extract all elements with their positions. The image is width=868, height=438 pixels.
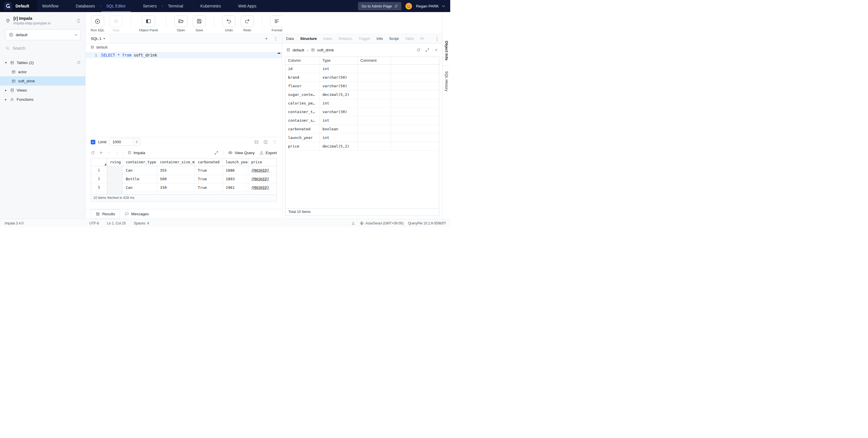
row-number[interactable]: 2 xyxy=(91,175,107,183)
structure-column-type[interactable]: int xyxy=(320,133,358,142)
timezone-indicator[interactable]: Asia/Seoul (GMT+09:00) xyxy=(360,221,403,225)
table-row[interactable]: carbonated boolean xyxy=(285,125,439,133)
table-item-actor[interactable]: actor xyxy=(0,67,85,76)
limit-checkbox[interactable] xyxy=(91,140,95,145)
table-row[interactable]: sugar_conte… decimal(5,2) xyxy=(285,90,439,99)
workspace-switcher[interactable]: Default xyxy=(0,0,37,12)
table-row[interactable]: id int xyxy=(285,65,439,73)
select-all-corner[interactable] xyxy=(91,158,107,166)
structure-column-comment[interactable] xyxy=(358,116,391,125)
structure-column-comment[interactable] xyxy=(358,90,391,99)
sql-editor[interactable]: 1 SELECT * from soft_drink xyxy=(86,51,282,137)
search-input[interactable] xyxy=(12,46,70,51)
run-sql-button[interactable]: Run SQL xyxy=(91,15,104,32)
open-button[interactable]: Open xyxy=(174,15,187,32)
encoding-indicator[interactable]: UTF-8 xyxy=(89,221,99,225)
structure-column-type[interactable]: int xyxy=(320,116,358,125)
breadcrumb-table[interactable]: soft_drink xyxy=(317,48,334,52)
save-button[interactable]: Save xyxy=(193,15,206,32)
delete-row-icon[interactable] xyxy=(107,151,111,155)
tab-trigger[interactable]: Trigger xyxy=(355,34,374,43)
stop-button[interactable]: Stop xyxy=(110,15,123,32)
table-item-soft-drink[interactable]: soft_drink xyxy=(0,76,85,86)
panel-menu-kebab-icon[interactable]: ⋮ xyxy=(435,36,439,41)
nav-item-workflow[interactable]: Workflow xyxy=(37,0,63,12)
grid-cell[interactable]: True xyxy=(195,166,223,175)
indentation-indicator[interactable]: Spaces: 4 xyxy=(134,221,149,225)
rail-tab-object-info[interactable]: Object Info xyxy=(444,37,448,64)
row-number[interactable]: 1 xyxy=(91,166,107,175)
tree-group-functions[interactable]: ▸ fx Functions xyxy=(0,95,85,104)
go-to-admin-page-button[interactable]: Go to Admin Page xyxy=(358,2,401,10)
table-row[interactable]: launch_year int xyxy=(285,133,439,142)
grid-cell[interactable]: 355 xyxy=(157,166,195,175)
table-row[interactable]: brand varchar(50) xyxy=(285,73,439,82)
tab-relation[interactable]: Relation xyxy=(335,34,355,43)
limit-stepper[interactable] xyxy=(133,138,140,146)
add-row-icon[interactable] xyxy=(99,151,103,155)
nav-item-servers[interactable]: Servers xyxy=(138,0,162,12)
grid-cell-masked[interactable]: {MASKED} xyxy=(248,175,277,183)
commit-check-icon[interactable] xyxy=(115,151,119,155)
structure-column-type[interactable]: varchar(50) xyxy=(320,82,358,90)
redo-button[interactable]: Redo xyxy=(241,15,254,32)
undo-button[interactable]: Undo xyxy=(222,15,236,32)
view-query-button[interactable]: View Query xyxy=(228,150,255,155)
grid-cell[interactable] xyxy=(157,192,195,194)
tab-privileges-clipped[interactable]: Pr xyxy=(417,34,427,43)
grid-cell[interactable] xyxy=(107,183,123,192)
structure-column-name[interactable]: price xyxy=(285,142,320,151)
database-select[interactable]: default xyxy=(5,29,81,40)
table-row[interactable]: container_s… int xyxy=(285,116,439,125)
structure-column-type[interactable]: varchar(30) xyxy=(320,107,358,116)
new-tab-button[interactable] xyxy=(264,36,269,41)
format-button[interactable]: Format xyxy=(270,15,283,32)
grid-cell[interactable] xyxy=(107,192,123,194)
structure-column-comment[interactable] xyxy=(358,82,391,90)
grid-cell[interactable]: 1961 xyxy=(223,183,248,192)
split-horizontal-icon[interactable] xyxy=(254,140,259,145)
structure-column-comment[interactable] xyxy=(358,107,391,116)
grid-cell-masked[interactable]: {MASKED} xyxy=(248,166,277,175)
grid-cell[interactable] xyxy=(195,192,223,194)
structure-column-type[interactable]: int xyxy=(320,65,358,73)
grid-cell[interactable]: True xyxy=(195,183,223,192)
grid-cell[interactable] xyxy=(107,166,123,175)
row-number[interactable] xyxy=(91,192,107,194)
table-row-partial[interactable] xyxy=(91,192,277,194)
code-line-1[interactable]: 1 SELECT * from soft_drink xyxy=(86,52,282,58)
table-row[interactable]: 1 Can 355 True 1886 {MASKED} xyxy=(91,166,277,175)
structure-column-type[interactable]: decimal(5,2) xyxy=(320,90,358,99)
column-header[interactable]: Type xyxy=(320,57,358,65)
nav-item-kubernetes[interactable]: Kubernetes xyxy=(195,0,226,12)
connection-switcher-icon[interactable] xyxy=(76,18,81,24)
tab-results[interactable]: Results xyxy=(91,209,120,219)
grid-cell[interactable]: 500 xyxy=(157,175,195,183)
column-header[interactable]: Column xyxy=(285,57,320,65)
table-row[interactable]: 2 Bottle 500 True 1893 {MASKED} xyxy=(91,175,277,183)
split-vertical-icon[interactable] xyxy=(263,140,268,145)
tab-structure[interactable]: Structure xyxy=(297,34,320,43)
table-row[interactable]: container_t… varchar(30) xyxy=(285,107,439,116)
structure-column-comment[interactable] xyxy=(358,65,391,73)
cursor-position[interactable]: Ln 1, Col 25 xyxy=(107,221,126,225)
column-header[interactable]: Comment xyxy=(358,57,391,65)
structure-column-name[interactable]: brand xyxy=(285,73,320,82)
limit-value-input[interactable] xyxy=(110,138,133,146)
grid-cell[interactable]: Bottle xyxy=(123,175,157,183)
column-header[interactable]: price xyxy=(248,158,277,166)
grid-cell[interactable]: 1893 xyxy=(223,175,248,183)
rail-tab-sql-history[interactable]: SQL History xyxy=(444,68,448,95)
structure-column-name[interactable]: launch_year xyxy=(285,133,320,142)
table-row[interactable]: calories_pe… int xyxy=(285,99,439,107)
tab-menu-kebab-icon[interactable]: ⋮ xyxy=(274,36,278,41)
refresh-tables-icon[interactable] xyxy=(77,61,81,65)
user-menu-chevron-icon[interactable] xyxy=(442,4,445,7)
column-header[interactable]: carbonated xyxy=(195,158,223,166)
structure-column-name[interactable]: flavor xyxy=(285,82,320,90)
grid-cell[interactable]: 1886 xyxy=(223,166,248,175)
structure-column-comment[interactable] xyxy=(358,73,391,82)
grid-cell[interactable] xyxy=(123,192,157,194)
column-header[interactable]: rving xyxy=(107,158,123,166)
refresh-panel-icon[interactable] xyxy=(416,48,421,52)
